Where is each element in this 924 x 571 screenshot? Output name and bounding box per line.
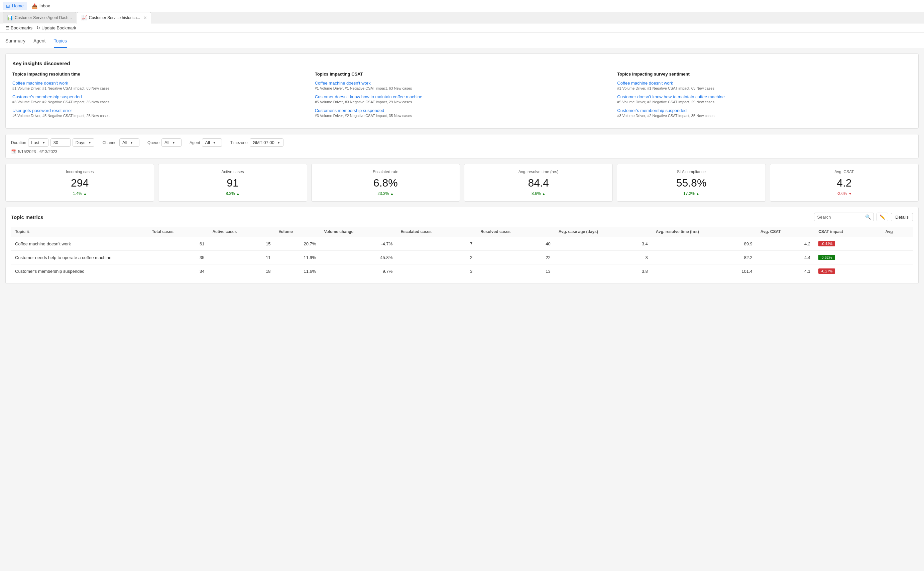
insight-link-3-2[interactable]: Customer doesn't know how to maintain co…	[617, 94, 912, 99]
tab-bar: 📊 Customer Service Agent Dash... 📈 Custo…	[0, 12, 924, 23]
cell-avg-extra	[881, 237, 913, 251]
duration-suffix: Days	[76, 140, 86, 145]
kpi-incoming-cases: Incoming cases 294 1.4% ▲	[5, 164, 154, 202]
insights-grid: Topics impacting resolution time Coffee …	[12, 71, 912, 122]
insight-link-1-3[interactable]: User gets password reset error	[12, 108, 307, 113]
cell-resolved: 40	[477, 237, 554, 251]
edit-icon-button[interactable]: ✏️	[876, 213, 888, 221]
cell-volume-change: 9.7%	[320, 264, 396, 278]
kpi-incoming-value: 294	[11, 177, 148, 189]
metrics-title: Topic metrics	[11, 214, 43, 220]
kpi-sla-compliance: SLA compliance 55.8% 17.2% ▲	[617, 164, 765, 202]
insight-sub-2-1: #1 Volume Driver, #1 Negative CSAT impac…	[315, 86, 609, 90]
tab-historical-icon: 📈	[81, 15, 87, 20]
chevron-icon: ▼	[42, 141, 45, 144]
agent-select[interactable]: All ▼	[202, 138, 222, 147]
kpi-escalated-title: Escalated rate	[317, 170, 454, 174]
metrics-header: Topic metrics 🔍 ✏️ Details	[11, 213, 913, 221]
th-escalated-cases: Escalated cases	[396, 227, 477, 237]
cell-resolved: 22	[477, 251, 554, 264]
cell-resolved: 13	[477, 264, 554, 278]
chevron-icon: ▼	[130, 141, 133, 144]
th-total-sort[interactable]: Total cases	[152, 229, 204, 234]
cell-avg-csat: 4.1	[756, 264, 814, 278]
update-bookmark-button[interactable]: ↻ Update Bookmark	[36, 25, 76, 31]
timezone-value: GMT-07:00	[253, 140, 275, 145]
kpi-sla-change: 17.2% ▲	[622, 191, 760, 196]
duration-prefix: Last	[31, 140, 39, 145]
details-button[interactable]: Details	[891, 213, 913, 221]
timezone-select[interactable]: GMT-07:00 ▼	[250, 138, 284, 147]
insight-link-2-1[interactable]: Coffee machine doesn't work	[315, 80, 609, 86]
insight-link-2-3[interactable]: Customer's membership suspended	[315, 108, 609, 113]
update-bookmark-label: Update Bookmark	[42, 25, 76, 31]
bookmarks-button[interactable]: ☰ Bookmarks	[5, 25, 32, 31]
cell-avg-resolve-time: 101.4	[652, 264, 756, 278]
topic-metrics-table: Topic ⇅ Total cases Active cases	[11, 227, 913, 278]
th-resolved-cases: Resolved cases	[477, 227, 554, 237]
insight-item: Customer's membership suspended #3 Volum…	[315, 108, 609, 118]
insight-link-1-1[interactable]: Coffee machine doesn't work	[12, 80, 307, 86]
insight-item: Customer's membership suspended #3 Volum…	[12, 94, 307, 104]
search-input[interactable]	[817, 215, 864, 220]
cell-avg-resolve-time: 82.2	[652, 251, 756, 264]
table-body: Coffee machine doesn't work 61 15 20.7% …	[11, 237, 913, 278]
cell-total-cases: 61	[148, 237, 208, 251]
tab-agent-dash-label: Customer Service Agent Dash...	[15, 15, 72, 20]
top-bar: ⊞ Home 📥 Inbox	[0, 0, 924, 12]
insight-sub-1-1: #1 Volume Driver, #1 Negative CSAT impac…	[12, 86, 307, 90]
topic-metrics-section: Topic metrics 🔍 ✏️ Details Topic	[5, 207, 919, 284]
insight-link-2-2[interactable]: Customer doesn't know how to maintain co…	[315, 94, 609, 99]
kpi-incoming-change: 1.4% ▲	[11, 191, 148, 196]
cell-volume: 20.7%	[275, 237, 320, 251]
insight-link-1-2[interactable]: Customer's membership suspended	[12, 94, 307, 99]
search-box: 🔍	[814, 213, 874, 221]
cell-topic: Customer needs help to operate a coffee …	[11, 251, 148, 264]
queue-select[interactable]: All ▼	[162, 138, 182, 147]
tab-historical[interactable]: 📈 Customer Service historica... ✕	[77, 12, 151, 23]
th-topic-sort[interactable]: Topic ⇅	[15, 229, 144, 234]
tab-close-button[interactable]: ✕	[143, 15, 147, 20]
home-nav-button[interactable]: ⊞ Home	[3, 2, 27, 10]
tab-topics[interactable]: Topics	[54, 35, 67, 48]
kpi-active-value: 91	[164, 177, 301, 189]
date-range-value: 5/15/2023 - 6/13/2023	[18, 150, 57, 154]
kpi-active-change: 8.3% ▲	[164, 191, 301, 196]
tab-summary[interactable]: Summary	[5, 35, 25, 48]
duration-value-select[interactable]: 30	[51, 138, 71, 147]
insight-sub-3-2: #5 Volume Driver, #3 Negative CSAT impac…	[617, 100, 912, 104]
filter-queue: Queue All ▼	[147, 138, 182, 147]
cell-avg-extra	[881, 264, 913, 278]
down-arrow-icon: ▼	[848, 192, 852, 196]
table-row: Customer needs help to operate a coffee …	[11, 251, 913, 264]
insight-sub-3-3: #3 Volume Driver, #2 Negative CSAT impac…	[617, 114, 912, 118]
sort-icon: ⇅	[27, 230, 29, 234]
cell-csat-impact: -0.27%	[814, 264, 881, 278]
cell-avg-csat: 4.2	[756, 237, 814, 251]
th-csat-impact: CSAT impact	[814, 227, 881, 237]
col1-title: Topics impacting resolution time	[12, 71, 307, 77]
inbox-nav-button[interactable]: 📥 Inbox	[28, 2, 54, 10]
duration-prefix-select[interactable]: Last ▼	[28, 138, 48, 147]
filter-duration: Duration Last ▼ 30 Days ▼	[11, 138, 94, 147]
cell-volume: 11.9%	[275, 251, 320, 264]
table-container: Topic ⇅ Total cases Active cases	[11, 227, 913, 278]
insight-link-3-3[interactable]: Customer's membership suspended	[617, 108, 912, 113]
filter-timezone: Timezone GMT-07:00 ▼	[230, 138, 283, 147]
kpi-csat-value: 4.2	[776, 177, 913, 189]
filter-controls: Duration Last ▼ 30 Days ▼ Channel All ▼	[11, 138, 913, 147]
cell-escalated: 2	[396, 251, 477, 264]
tab-agent[interactable]: Agent	[34, 35, 46, 48]
cell-active-cases: 11	[208, 251, 275, 264]
tab-agent-dash[interactable]: 📊 Customer Service Agent Dash...	[3, 12, 76, 23]
channel-select[interactable]: All ▼	[119, 138, 139, 147]
kpi-csat-change: -2.6% ▼	[776, 191, 913, 196]
table-row: Coffee machine doesn't work 61 15 20.7% …	[11, 237, 913, 251]
cell-avg-csat: 4.4	[756, 251, 814, 264]
tab-agent-dash-icon: 📊	[7, 15, 13, 20]
th-avg-resolve-time: Avg. resolve time (hrs)	[652, 227, 756, 237]
home-label: Home	[12, 3, 24, 8]
csat-impact-bar: -0.27%	[818, 269, 835, 274]
insight-link-3-1[interactable]: Coffee machine doesn't work	[617, 80, 912, 86]
duration-suffix-select[interactable]: Days ▼	[73, 138, 95, 147]
